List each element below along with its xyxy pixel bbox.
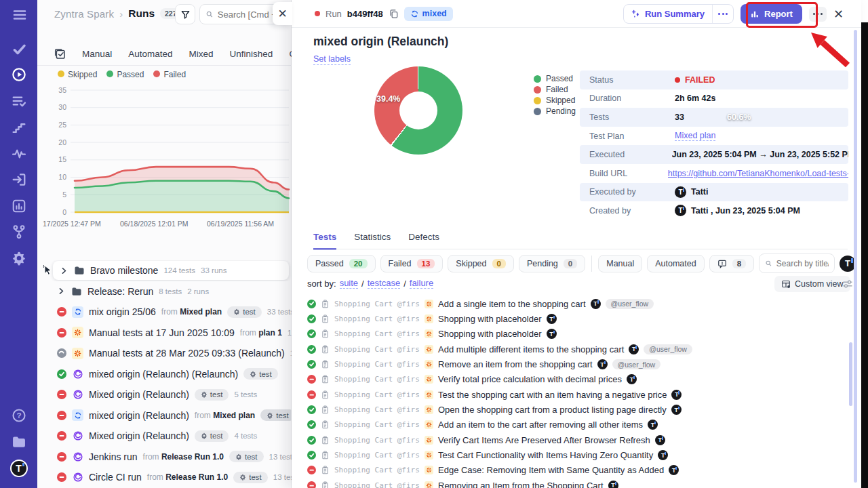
run-row[interactable]: mixed origin (Relaunch)from Mixed plante… — [37, 405, 292, 426]
test-row[interactable]: Shopping Cart @firs...Add a single item … — [307, 296, 850, 311]
filter-passed[interactable]: Passed20 — [307, 255, 376, 272]
check-icon[interactable] — [12, 41, 26, 56]
test-row[interactable]: Shopping Cart @firs...Open the shopping … — [307, 402, 850, 417]
bar-chart-icon[interactable] — [12, 199, 26, 214]
test-row[interactable]: Shopping Cart @firs...Verify total price… — [307, 372, 850, 387]
test-row[interactable]: Shopping Cart @firs...Add an item to the… — [307, 418, 850, 432]
run-row[interactable]: mix origin 25/06from Mixed plantest33 te… — [37, 302, 292, 323]
run-row[interactable]: mixed origin (Relaunch) (Relaunch)test — [37, 364, 292, 385]
tests-search-input[interactable] — [776, 259, 829, 268]
test-row[interactable]: Shopping Cart @firs...Test the shopping … — [307, 387, 850, 402]
filter-button[interactable] — [175, 4, 195, 24]
run-name[interactable]: Jenkins run — [89, 451, 138, 462]
play-circle-icon[interactable] — [12, 67, 26, 82]
sort-by-suite[interactable]: suite — [340, 278, 358, 289]
detail-tab-defects[interactable]: Defects — [408, 232, 439, 250]
breadcrumb-section[interactable]: Runs — [128, 7, 155, 20]
run-row[interactable]: Jenkins runfrom Release Run 1.0test13 te… — [37, 447, 292, 468]
run-name[interactable]: mixed origin (Relaunch) — [89, 410, 189, 421]
branch-icon[interactable] — [12, 224, 26, 239]
run-row[interactable]: Manual tests at 17 Jun 2025 10:09from pl… — [37, 323, 292, 344]
test-title[interactable]: Verify Cart Items Are Preserved After Br… — [438, 435, 650, 445]
run-name[interactable]: mixed origin (Relaunch) (Relaunch) — [89, 369, 238, 380]
pulse-icon[interactable] — [12, 146, 26, 161]
run-name[interactable]: Mixed origin (Relaunch) — [89, 389, 189, 400]
test-title[interactable]: Verify total price calculation with deci… — [438, 374, 622, 384]
filter-automated[interactable]: Automated — [647, 255, 704, 272]
run-name[interactable]: Circle CI run — [89, 472, 142, 483]
tests-scrollbar[interactable] — [849, 342, 852, 406]
test-title[interactable]: Test Cart Functionality with Items Havin… — [438, 450, 653, 460]
run-name[interactable]: Mixed origin (Relaunch) — [89, 430, 189, 441]
tab-unfinished[interactable]: Unfinished — [230, 49, 273, 59]
test-plan-link[interactable]: Mixed plan — [675, 131, 715, 141]
hamburger-icon[interactable] — [12, 7, 26, 22]
test-row[interactable]: Shopping Cart @firs...Remove an item fro… — [307, 357, 850, 371]
run-summary-button[interactable]: Run Summary — [623, 4, 734, 24]
filter-failed[interactable]: Failed13 — [380, 255, 443, 272]
folder-name[interactable]: Bravo milestone — [90, 265, 158, 276]
test-row[interactable]: Shopping Cart @firs...Removing an Item f… — [307, 478, 850, 488]
test-title[interactable]: Add a single item to the shopping cart — [438, 299, 586, 309]
test-title[interactable]: Remove an item from the shopping cart — [438, 359, 593, 369]
test-title[interactable]: Removing an Item from the Shopping Cart — [438, 481, 604, 488]
detail-tab-tests[interactable]: Tests — [313, 232, 336, 250]
filter-pending[interactable]: Pending0 — [519, 255, 585, 272]
filter-manual[interactable]: Manual — [598, 255, 642, 272]
chevron-right-icon[interactable] — [60, 266, 68, 275]
user-avatar[interactable]: T — [10, 460, 28, 477]
close-drawer-button[interactable]: ✕ — [833, 8, 844, 20]
test-title[interactable]: Shopping with placeholder — [438, 329, 542, 339]
test-title[interactable]: Open the shopping cart from a product li… — [438, 405, 667, 415]
folder-name[interactable]: Release: Rerun — [87, 286, 153, 297]
tab-manual[interactable]: Manual — [82, 49, 112, 59]
list-check-icon[interactable] — [12, 94, 26, 108]
report-button[interactable]: Report — [741, 4, 802, 24]
test-title[interactable]: Shopping with placeholder — [438, 314, 542, 324]
set-labels-link[interactable]: Set labels — [313, 54, 351, 65]
test-row[interactable]: Shopping Cart @firs...Edge Case: Removin… — [307, 463, 850, 478]
test-row[interactable]: Shopping Cart @firs...Shopping with plac… — [307, 327, 850, 342]
test-title[interactable]: Add an item to the cart after removing a… — [438, 420, 643, 430]
copy-icon[interactable] — [389, 9, 399, 19]
comments-filter-button[interactable]: 8 — [709, 255, 754, 272]
tab-mixed[interactable]: Mixed — [189, 49, 214, 59]
sort-by-testcase[interactable]: testcase — [368, 278, 400, 289]
test-row[interactable]: Shopping Cart @firs...Add multiple diffe… — [307, 342, 850, 357]
tab-automated[interactable]: Automated — [128, 49, 172, 59]
select-all-icon[interactable] — [54, 48, 66, 60]
run-row[interactable]: Circle CI runfrom Release Run 1.0test13 … — [37, 467, 292, 488]
run-summary-more-button[interactable] — [712, 5, 733, 23]
test-row[interactable]: Shopping Cart @firs...Verify Cart Items … — [307, 432, 850, 447]
run-row[interactable]: Manual tests at 28 Mar 2025 09:33 (Relau… — [37, 343, 292, 364]
build-url-link[interactable]: https://github.com/TetianaKhomenko/Load-… — [668, 169, 848, 178]
run-name[interactable]: Manual tests at 17 Jun 2025 10:09 — [89, 327, 235, 338]
folder-row[interactable]: Release: Rerun8 tests2 runs — [37, 281, 292, 302]
run-row[interactable]: Mixed origin (Relaunch)test5 tests — [37, 384, 292, 405]
gear-icon[interactable] — [12, 251, 26, 266]
run-name[interactable]: mix origin 25/06 — [89, 306, 156, 317]
filter-skipped[interactable]: Skipped0 — [448, 255, 514, 272]
custom-view-button[interactable]: Custom view — [774, 276, 850, 292]
breadcrumb-project[interactable]: Zyntra Spark — [54, 8, 114, 20]
help-icon[interactable]: ? — [12, 408, 26, 423]
sort-by-failure[interactable]: failure — [410, 278, 433, 289]
detail-tab-statistics[interactable]: Statistics — [354, 232, 391, 250]
run-name[interactable]: Manual tests at 28 Mar 2025 09:33 (Relau… — [89, 348, 285, 359]
folder-row[interactable]: Bravo milestone124 tests33 runs — [37, 260, 292, 281]
chevron-right-icon[interactable] — [57, 287, 66, 296]
sign-in-icon[interactable] — [12, 172, 26, 187]
tests-search[interactable] — [759, 253, 835, 273]
folder-icon[interactable] — [12, 434, 26, 449]
drawer-close-tab-button[interactable]: ✕ — [273, 2, 292, 25]
more-actions-button[interactable] — [809, 7, 827, 22]
drawer-scrollbar[interactable] — [854, 30, 857, 483]
test-title[interactable]: Test the shopping cart with an item havi… — [438, 390, 667, 400]
global-search-input[interactable] — [218, 9, 281, 20]
view-settings-icon[interactable] — [842, 279, 853, 289]
test-row[interactable]: Shopping Cart @firs...Shopping with plac… — [307, 311, 850, 326]
test-row[interactable]: Shopping Cart @firs...Test Cart Function… — [307, 447, 850, 462]
run-row[interactable]: Mixed origin (Relaunch)test4 tests — [37, 426, 292, 447]
test-title[interactable]: Edge Case: Removing Item with Same Quant… — [438, 465, 664, 475]
steps-icon[interactable] — [12, 120, 26, 135]
